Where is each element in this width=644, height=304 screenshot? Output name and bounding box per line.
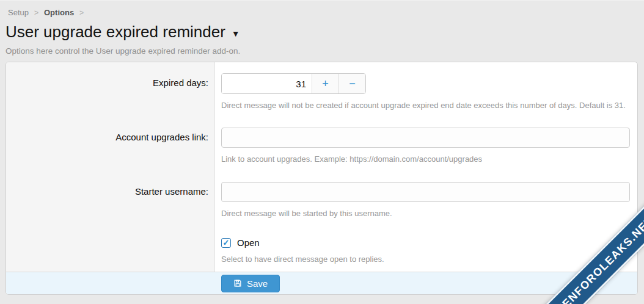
breadcrumb: Setup > Options >: [0, 1, 644, 17]
form-rows: Expired days: + − Direct message will no…: [6, 62, 637, 272]
increment-button[interactable]: +: [312, 74, 338, 93]
breadcrumb-separator-icon: >: [79, 9, 84, 17]
options-page: Setup > Options > User upgrade expired r…: [0, 0, 644, 304]
form-row-starter-username: Starter username: Direct message will be…: [6, 171, 637, 225]
options-panel: Expired days: + − Direct message will no…: [5, 62, 638, 295]
page-title: User upgrade expired reminder ▼: [5, 23, 644, 42]
breadcrumb-options[interactable]: Options: [44, 8, 74, 17]
starter-username-label: Starter username:: [6, 171, 215, 225]
panel-footer: Save: [6, 272, 637, 294]
form-row-account-upgrades-link: Account upgrades link: Link to account u…: [6, 117, 637, 171]
starter-username-content: Direct message will be started by this u…: [215, 171, 637, 225]
open-checkbox[interactable]: ✓: [221, 238, 231, 248]
breadcrumb-separator-icon: >: [34, 9, 38, 17]
starter-username-input[interactable]: [221, 182, 630, 202]
starter-username-hint: Direct message will be started by this u…: [221, 209, 630, 218]
open-content: ✓ Open Select to have direct message ope…: [215, 225, 637, 272]
expired-days-input[interactable]: [222, 74, 312, 93]
open-label-cell-empty: [6, 225, 215, 272]
open-checkbox-label: Open: [237, 237, 260, 248]
chevron-down-icon[interactable]: ▼: [232, 26, 240, 38]
save-button[interactable]: Save: [221, 275, 280, 292]
account-upgrades-link-content: Link to account upgrades. Example: https…: [215, 117, 637, 171]
expired-days-label: Expired days:: [6, 62, 215, 117]
page-title-text: User upgrade expired reminder: [5, 23, 225, 42]
expired-days-content: + − Direct message will not be created i…: [215, 62, 637, 117]
open-hint: Select to have direct message open to re…: [221, 255, 630, 264]
form-row-open: ✓ Open Select to have direct message ope…: [6, 225, 637, 272]
account-upgrades-link-input[interactable]: [221, 128, 630, 148]
account-upgrades-link-hint: Link to account upgrades. Example: https…: [221, 154, 630, 164]
expired-days-stepper: + −: [221, 73, 366, 94]
breadcrumb-setup[interactable]: Setup: [8, 8, 29, 17]
decrement-button[interactable]: −: [338, 74, 365, 93]
expired-days-hint: Direct message will not be created if ac…: [221, 101, 630, 110]
form-row-expired-days: Expired days: + − Direct message will no…: [6, 62, 637, 117]
open-checkbox-row[interactable]: ✓ Open: [221, 237, 630, 248]
save-button-label: Save: [247, 278, 268, 289]
page-description: Options here control the User upgrade ex…: [5, 46, 644, 56]
save-icon: [233, 279, 242, 288]
account-upgrades-link-label: Account upgrades link:: [6, 117, 215, 171]
